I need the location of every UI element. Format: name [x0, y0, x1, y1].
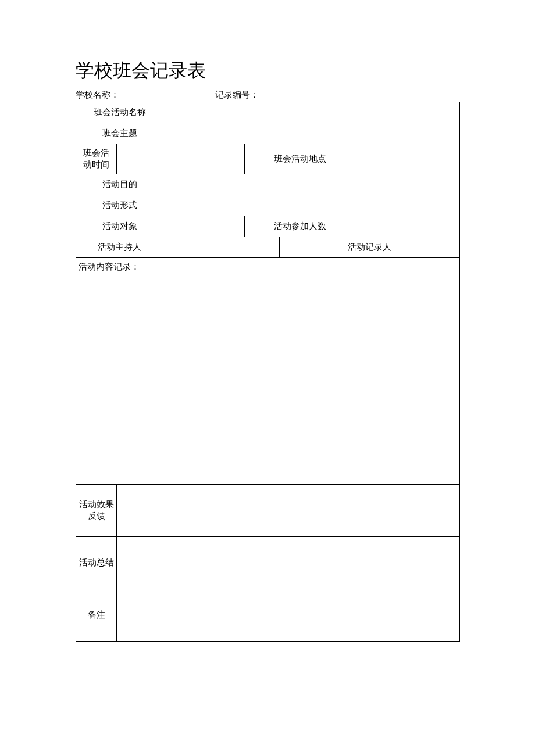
value-feedback [117, 485, 460, 537]
value-format [163, 195, 460, 216]
value-summary [117, 537, 460, 589]
value-time [117, 144, 245, 174]
label-format: 活动形式 [76, 195, 163, 216]
row-content: 活动内容记录： [76, 258, 460, 485]
label-summary: 活动总结 [76, 537, 117, 589]
row-target-participants: 活动对象 活动参加人数 [76, 216, 460, 237]
school-name-label: 学校名称： [76, 89, 215, 101]
record-table: 班会活动名称 班会主题 班会活 动时间 班会活动地点 活动目的 活动形式 活动对… [76, 102, 460, 642]
label-target: 活动对象 [76, 216, 163, 237]
label-time-line2: 动时间 [83, 160, 109, 169]
label-recorder: 活动记录人 [280, 237, 460, 258]
row-time-location: 班会活 动时间 班会活动地点 [76, 144, 460, 174]
page-title: 学校班会记录表 [76, 58, 459, 84]
form-page: 学校班会记录表 学校名称： 记录编号： 班会活动名称 班会主题 班会活 [76, 58, 459, 642]
value-activity-name [163, 102, 460, 123]
label-participants: 活动参加人数 [245, 216, 355, 237]
row-notes: 备注 [76, 589, 460, 642]
record-number-label: 记录编号： [215, 89, 355, 101]
row-summary: 活动总结 [76, 537, 460, 589]
value-location [355, 144, 460, 174]
row-activity-name: 班会活动名称 [76, 102, 460, 123]
value-target [163, 216, 245, 237]
label-content: 活动内容记录： [76, 258, 460, 485]
label-theme: 班会主题 [76, 123, 163, 144]
row-purpose: 活动目的 [76, 174, 460, 195]
value-host [163, 237, 280, 258]
row-host-recorder: 活动主持人 活动记录人 [76, 237, 460, 258]
row-feedback: 活动效果 反馈 [76, 485, 460, 537]
label-location: 班会活动地点 [245, 144, 355, 174]
label-feedback-line2: 反馈 [88, 511, 105, 521]
label-feedback-line1: 活动效果 [79, 500, 114, 509]
label-activity-name: 班会活动名称 [76, 102, 163, 123]
value-participants [355, 216, 460, 237]
label-feedback: 活动效果 反馈 [76, 485, 117, 537]
row-theme: 班会主题 [76, 123, 460, 144]
label-host: 活动主持人 [76, 237, 163, 258]
label-time-line1: 班会活 [83, 148, 109, 157]
header-line: 学校名称： 记录编号： [76, 89, 459, 101]
label-purpose: 活动目的 [76, 174, 163, 195]
value-purpose [163, 174, 460, 195]
value-notes [117, 589, 460, 642]
value-theme [163, 123, 460, 144]
label-notes: 备注 [76, 589, 117, 642]
label-time: 班会活 动时间 [76, 144, 117, 174]
row-format: 活动形式 [76, 195, 460, 216]
